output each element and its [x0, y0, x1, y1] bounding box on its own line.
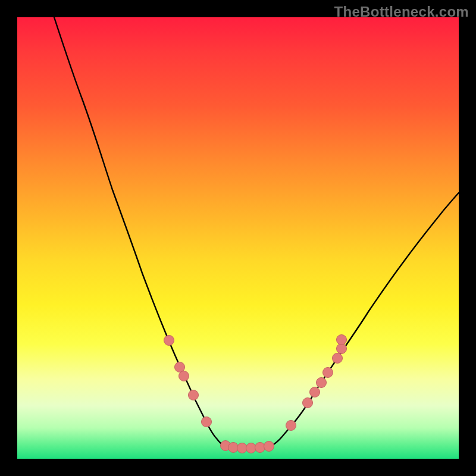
data-point — [179, 371, 189, 381]
data-point — [333, 353, 343, 364]
data-point — [228, 443, 239, 453]
data-point — [246, 443, 256, 453]
data-point — [202, 417, 212, 427]
data-point — [255, 443, 265, 453]
data-point — [189, 390, 199, 400]
data-point — [286, 421, 296, 431]
data-point — [337, 335, 347, 345]
curve-right-branch — [272, 193, 459, 446]
data-point — [175, 362, 185, 372]
scatter-group — [164, 335, 347, 453]
curve-left-branch — [54, 17, 224, 446]
data-point — [317, 378, 327, 388]
data-point — [164, 336, 174, 346]
watermark-text: TheBottleneck.com — [334, 4, 469, 20]
data-point — [310, 387, 320, 397]
chart-svg — [17, 17, 459, 459]
chart-plot-area — [17, 17, 459, 459]
data-point — [323, 368, 333, 378]
data-point — [303, 398, 313, 408]
data-point — [237, 443, 248, 453]
data-point — [264, 441, 274, 452]
data-point — [337, 344, 347, 354]
